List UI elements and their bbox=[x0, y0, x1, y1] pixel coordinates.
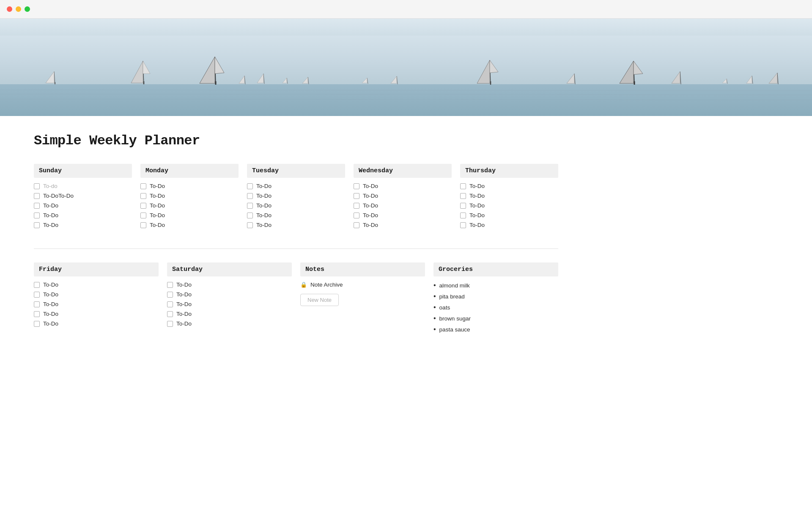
todo-item[interactable]: To-Do bbox=[354, 212, 452, 218]
checkbox[interactable] bbox=[354, 213, 359, 218]
todo-item[interactable]: To-Do bbox=[247, 193, 345, 199]
checkbox[interactable] bbox=[247, 183, 253, 189]
groceries-list: almond milkpita breadoatsbrown sugarpast… bbox=[433, 282, 558, 333]
svg-rect-47 bbox=[0, 19, 812, 36]
checkbox[interactable] bbox=[354, 193, 359, 199]
todo-item[interactable]: To-Do bbox=[167, 320, 292, 327]
checkbox[interactable] bbox=[247, 203, 253, 209]
checkbox[interactable] bbox=[460, 193, 466, 199]
checkbox[interactable] bbox=[354, 183, 359, 189]
todo-item[interactable]: To-Do bbox=[140, 193, 239, 199]
todo-item[interactable]: To-do bbox=[34, 183, 132, 189]
todo-item[interactable]: To-Do bbox=[247, 202, 345, 209]
todo-item[interactable]: To-Do bbox=[460, 222, 558, 228]
checkbox[interactable] bbox=[167, 282, 173, 288]
todo-item[interactable]: To-Do bbox=[354, 193, 452, 199]
checkbox[interactable] bbox=[140, 213, 146, 218]
todo-item[interactable]: To-Do bbox=[247, 222, 345, 228]
checkbox[interactable] bbox=[167, 321, 173, 327]
checkbox[interactable] bbox=[34, 213, 40, 218]
checkbox[interactable] bbox=[34, 222, 40, 228]
checkbox[interactable] bbox=[34, 321, 40, 327]
checkbox[interactable] bbox=[34, 311, 40, 317]
checkbox[interactable] bbox=[354, 222, 359, 228]
todo-item[interactable]: To-Do bbox=[167, 291, 292, 298]
todo-item[interactable]: To-Do bbox=[354, 222, 452, 228]
todo-item[interactable]: To-Do bbox=[34, 291, 159, 298]
checkbox[interactable] bbox=[140, 222, 146, 228]
todo-item[interactable]: To-Do bbox=[140, 202, 239, 209]
checkbox[interactable] bbox=[140, 203, 146, 209]
todo-label: To-Do bbox=[43, 301, 58, 307]
grocery-item: pasta sauce bbox=[433, 326, 558, 333]
todo-item[interactable]: To-Do bbox=[460, 193, 558, 199]
new-note-button[interactable]: New Note bbox=[300, 294, 339, 306]
checkbox[interactable] bbox=[460, 213, 466, 218]
checkbox[interactable] bbox=[34, 282, 40, 288]
minimize-button[interactable] bbox=[16, 6, 21, 12]
week-row-1: SundayTo-doTo-DoTo-DoTo-DoTo-DoTo-DoMond… bbox=[34, 164, 558, 232]
checkbox[interactable] bbox=[247, 222, 253, 228]
todo-item[interactable]: To-Do bbox=[34, 212, 132, 218]
day-header-tuesday: Tuesday bbox=[247, 164, 345, 178]
todo-item[interactable]: To-Do bbox=[167, 311, 292, 317]
todo-item[interactable]: To-Do bbox=[34, 320, 159, 327]
todo-item[interactable]: To-Do bbox=[460, 202, 558, 209]
todo-label: To-Do bbox=[150, 212, 165, 218]
todo-label: To-Do bbox=[256, 183, 272, 189]
todo-label: To-Do bbox=[363, 183, 378, 189]
todo-item[interactable]: To-Do bbox=[34, 222, 132, 228]
checkbox[interactable] bbox=[34, 292, 40, 298]
checkbox[interactable] bbox=[34, 183, 40, 189]
page-title: Simple Weekly Planner bbox=[34, 133, 558, 149]
todo-label: To-Do bbox=[150, 193, 165, 199]
checkbox[interactable] bbox=[354, 203, 359, 209]
todo-item[interactable]: To-Do bbox=[167, 301, 292, 307]
todo-item[interactable]: To-Do bbox=[34, 301, 159, 307]
todo-item[interactable]: To-Do bbox=[34, 311, 159, 317]
maximize-button[interactable] bbox=[25, 6, 30, 12]
todo-item[interactable]: To-Do bbox=[34, 282, 159, 288]
todo-item[interactable]: To-Do bbox=[34, 202, 132, 209]
todo-label: To-Do bbox=[43, 320, 58, 327]
checkbox[interactable] bbox=[167, 292, 173, 298]
checkbox[interactable] bbox=[460, 183, 466, 189]
checkbox[interactable] bbox=[247, 213, 253, 218]
todo-item[interactable]: To-Do bbox=[460, 183, 558, 189]
todo-label: To-Do bbox=[176, 282, 192, 288]
todo-item[interactable]: To-Do bbox=[354, 183, 452, 189]
todo-item[interactable]: To-Do bbox=[140, 212, 239, 218]
checkbox[interactable] bbox=[167, 311, 173, 317]
checkbox[interactable] bbox=[460, 222, 466, 228]
todo-item[interactable]: To-Do bbox=[167, 282, 292, 288]
todo-item[interactable]: To-Do bbox=[247, 183, 345, 189]
todo-item[interactable]: To-Do bbox=[460, 212, 558, 218]
day-header-monday: Monday bbox=[140, 164, 239, 178]
checkbox[interactable] bbox=[34, 193, 40, 199]
todo-item[interactable]: To-DoTo-Do bbox=[34, 193, 132, 199]
todo-item[interactable]: To-Do bbox=[140, 222, 239, 228]
checkbox[interactable] bbox=[460, 203, 466, 209]
section-divider bbox=[34, 248, 558, 249]
checkbox[interactable] bbox=[34, 301, 40, 307]
bottom-row: FridayTo-DoTo-DoTo-DoTo-DoTo-DoSaturdayT… bbox=[34, 262, 558, 337]
todo-item[interactable]: To-Do bbox=[140, 183, 239, 189]
todo-item[interactable]: To-Do bbox=[247, 212, 345, 218]
day-column-friday: FridayTo-DoTo-DoTo-DoTo-DoTo-Do bbox=[34, 262, 159, 337]
close-button[interactable] bbox=[7, 6, 12, 12]
checkbox[interactable] bbox=[140, 193, 146, 199]
note-archive-item[interactable]: 🔒Note Archive bbox=[300, 282, 425, 288]
checkbox[interactable] bbox=[167, 301, 173, 307]
todo-label: To-Do bbox=[43, 291, 58, 298]
main-content: Simple Weekly Planner SundayTo-doTo-DoTo… bbox=[0, 116, 592, 362]
checkbox[interactable] bbox=[34, 203, 40, 209]
checkbox[interactable] bbox=[140, 183, 146, 189]
todo-item[interactable]: To-Do bbox=[354, 202, 452, 209]
todo-label: To-Do bbox=[363, 222, 378, 228]
groceries-header: Groceries bbox=[433, 262, 558, 276]
archive-label: Note Archive bbox=[310, 282, 343, 288]
todo-label: To-Do bbox=[469, 193, 485, 199]
titlebar bbox=[0, 0, 812, 19]
todo-label: To-Do bbox=[176, 301, 192, 307]
checkbox[interactable] bbox=[247, 193, 253, 199]
